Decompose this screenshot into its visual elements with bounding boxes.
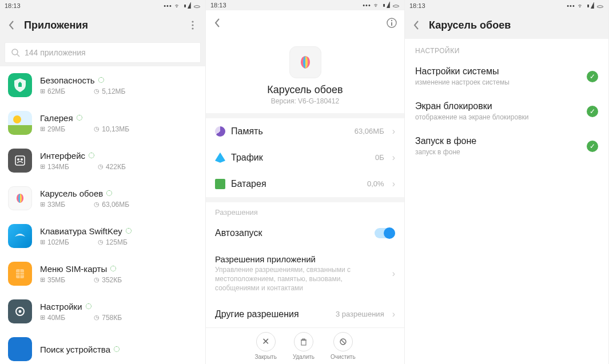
app-item[interactable]: Клавиатура SwiftKey ⊞102МБ ◷125МБ bbox=[0, 217, 205, 255]
app-disk: 758КБ bbox=[102, 314, 122, 322]
loading-icon bbox=[126, 228, 132, 234]
row-other-permissions[interactable]: Другие разрешения 3 разрешения › bbox=[215, 301, 395, 327]
storage-icon: ⊞ bbox=[40, 238, 45, 246]
app-size: 62МБ bbox=[47, 87, 65, 95]
separator bbox=[206, 113, 404, 118]
app-name: Карусель обоев bbox=[40, 189, 103, 198]
svg-point-13 bbox=[19, 310, 22, 313]
clock-icon: ◷ bbox=[94, 125, 99, 133]
app-info: Карусель обоев ⊞33МБ ◷63,06МБ bbox=[40, 189, 197, 209]
perm-title: Настройки системы bbox=[415, 66, 580, 77]
more-icon[interactable] bbox=[186, 18, 200, 32]
app-item[interactable]: Интерфейс ⊞134МБ ◷422КБ bbox=[0, 142, 205, 179]
row-memory[interactable]: Память 63,06МБ › bbox=[215, 118, 395, 145]
bottom-bar: ✕ Закрыть Удалить Очистить bbox=[206, 327, 404, 364]
app-name: Меню SIM-карты bbox=[40, 264, 107, 274]
app-item[interactable]: Галерея ⊞29МБ ◷10,13МБ bbox=[0, 104, 205, 142]
app-disk: 5,12МБ bbox=[102, 87, 125, 95]
back-button[interactable] bbox=[411, 19, 422, 31]
loading-icon bbox=[114, 346, 120, 352]
app-info: Галерея ⊞29МБ ◷10,13МБ bbox=[40, 113, 197, 133]
row-desc: Управление разрешениями, связанными с ме… bbox=[215, 265, 384, 293]
app-disk: 352КБ bbox=[102, 276, 122, 284]
clear-button[interactable]: Очистить bbox=[331, 332, 356, 360]
app-disk: 422КБ bbox=[106, 163, 126, 171]
app-item[interactable]: Меню SIM-карты ⊞35МБ ◷352КБ bbox=[0, 255, 205, 293]
app-info: Клавиатура SwiftKey ⊞102МБ ◷125МБ bbox=[40, 226, 197, 246]
status-bar: 18:13 ••• ᯤ ▮◢ ⬭ bbox=[206, 0, 404, 10]
app-icon-sim bbox=[8, 262, 32, 286]
back-button[interactable] bbox=[212, 17, 223, 29]
loading-icon bbox=[98, 77, 104, 83]
search-row: 144 приложения bbox=[0, 39, 205, 66]
app-item[interactable]: Безопасность ⊞62МБ ◷5,12МБ bbox=[0, 66, 205, 104]
battery-icon bbox=[215, 179, 225, 189]
app-header: Карусель обоев Версия: V6-G-180412 bbox=[206, 36, 404, 113]
info-icon[interactable] bbox=[385, 16, 399, 30]
app-icon-interface bbox=[8, 149, 32, 173]
svg-point-3 bbox=[12, 49, 18, 55]
check-icon: ✓ bbox=[587, 71, 598, 82]
app-item[interactable]: Поиск устройства bbox=[0, 330, 205, 364]
row-autostart[interactable]: Автозапуск bbox=[215, 220, 395, 246]
chevron-right-icon: › bbox=[392, 309, 395, 319]
app-info: Интерфейс ⊞134МБ ◷422КБ bbox=[40, 151, 197, 171]
perm-desc: изменение настроек системы bbox=[415, 78, 580, 86]
app-icon-swiftkey bbox=[8, 224, 32, 248]
perm-item[interactable]: Настройки системы изменение настроек сис… bbox=[405, 59, 608, 94]
app-info: Настройки ⊞40МБ ◷758КБ bbox=[40, 302, 197, 322]
app-disk: 125МБ bbox=[106, 238, 128, 246]
svg-point-2 bbox=[192, 27, 193, 29]
delete-button[interactable]: Удалить bbox=[293, 332, 315, 360]
loading-icon bbox=[77, 115, 82, 121]
close-button[interactable]: ✕ Закрыть bbox=[254, 332, 277, 360]
app-list[interactable]: Безопасность ⊞62МБ ◷5,12МБ Галерея ⊞29МБ… bbox=[0, 66, 205, 364]
back-button[interactable] bbox=[6, 19, 17, 31]
svg-point-0 bbox=[192, 21, 193, 22]
status-icons: ••• ᯤ ▮◢ ⬭ bbox=[363, 2, 400, 9]
app-icon-carousel bbox=[289, 46, 321, 78]
search-placeholder: 144 приложения bbox=[25, 48, 86, 57]
group-header-settings: НАСТРОЙКИ bbox=[405, 39, 608, 59]
row-app-permissions[interactable]: Разрешения приложений Управление разреше… bbox=[215, 246, 395, 301]
app-name: Галерея bbox=[40, 113, 73, 123]
app-name: Клавиатура SwiftKey bbox=[40, 226, 122, 236]
app-item[interactable]: Карусель обоев ⊞33МБ ◷63,06МБ bbox=[0, 179, 205, 217]
perm-title: Запуск в фоне bbox=[415, 136, 580, 146]
storage-icon: ⊞ bbox=[40, 314, 45, 321]
row-traffic[interactable]: Трафик 0Б › bbox=[215, 145, 395, 171]
row-battery[interactable]: Батарея 0,0% › bbox=[215, 171, 395, 197]
status-time: 18:13 bbox=[409, 2, 425, 9]
search-input[interactable]: 144 приложения bbox=[5, 42, 201, 63]
storage-icon: ⊞ bbox=[40, 163, 45, 170]
close-icon: ✕ bbox=[256, 332, 276, 351]
app-item[interactable]: Настройки ⊞40МБ ◷758КБ bbox=[0, 293, 205, 330]
chevron-right-icon: › bbox=[392, 126, 395, 137]
perm-item[interactable]: Экран блокировки отображение на экране б… bbox=[405, 94, 608, 129]
row-value: 0Б bbox=[375, 153, 384, 162]
loading-icon bbox=[86, 303, 91, 309]
app-size: 35МБ bbox=[47, 276, 65, 284]
row-label: Автозапуск bbox=[215, 228, 369, 238]
clock-icon: ◷ bbox=[94, 314, 99, 321]
loading-icon bbox=[89, 153, 94, 158]
loading-icon bbox=[110, 266, 116, 271]
search-icon bbox=[11, 48, 20, 57]
storage-icon: ⊞ bbox=[40, 276, 45, 283]
toggle-autostart[interactable] bbox=[375, 228, 395, 238]
app-icon-settings bbox=[8, 299, 32, 323]
app-name: Безопасность bbox=[40, 75, 95, 85]
app-size: 29МБ bbox=[47, 125, 65, 133]
memory-icon bbox=[215, 126, 225, 137]
button-label: Удалить bbox=[293, 354, 315, 360]
app-name: Настройки bbox=[40, 302, 82, 311]
svg-point-6 bbox=[17, 158, 19, 161]
perm-title: Экран блокировки bbox=[415, 101, 580, 111]
app-name: Интерфейс bbox=[40, 151, 85, 161]
perm-item[interactable]: Запуск в фоне запуск в фоне ✓ bbox=[405, 129, 608, 164]
separator bbox=[206, 197, 404, 202]
loading-icon bbox=[106, 190, 112, 196]
app-size: 134МБ bbox=[47, 163, 69, 171]
button-label: Закрыть bbox=[254, 354, 277, 360]
app-info: Меню SIM-карты ⊞35МБ ◷352КБ bbox=[40, 264, 197, 284]
